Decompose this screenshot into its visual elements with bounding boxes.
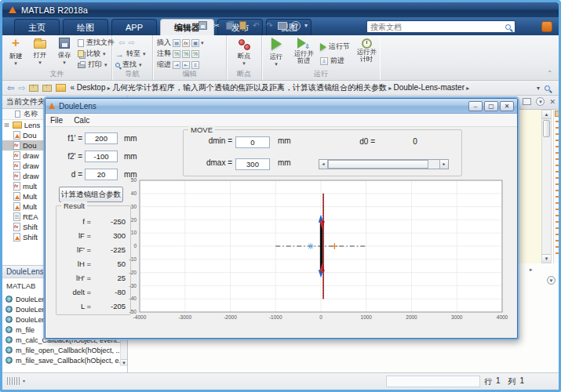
dmin-field[interactable]: 0 xyxy=(235,136,270,148)
function-row[interactable]: f m_file_save_Callback(hObject, e... xyxy=(2,355,121,365)
new-script-icon: + xyxy=(12,37,20,49)
slider-left-arrow-icon[interactable]: ◂ xyxy=(319,160,328,169)
input-field[interactable]: 20 xyxy=(85,169,118,180)
editor-close-icon[interactable]: ✕ xyxy=(549,98,556,106)
compare-icon xyxy=(78,50,84,57)
calculate-button[interactable]: 计算透镜组合参数 xyxy=(59,187,123,202)
comment-row[interactable]: 注释 % % % xyxy=(157,49,199,59)
ribbon-tab[interactable]: APP xyxy=(111,19,157,35)
insert-section-icon[interactable]: ▤ xyxy=(173,39,180,47)
save-button[interactable]: 保存▾ xyxy=(53,37,76,70)
file-name: Shift xyxy=(23,223,38,231)
status-grip-icon[interactable] xyxy=(7,377,20,385)
dmax-label: dmax = xyxy=(198,158,232,167)
search-input[interactable] xyxy=(367,23,505,31)
run-time-button[interactable]: 运行并 计时 xyxy=(353,37,380,70)
function-row[interactable]: f m_file_open_Callback(hObject, ... xyxy=(2,345,121,355)
menu-file[interactable]: File xyxy=(50,116,63,125)
input-label: d = xyxy=(46,170,82,179)
undo-icon[interactable]: ↶ xyxy=(251,20,261,31)
file-icon xyxy=(13,151,20,160)
dialog-close-button[interactable]: ✕ xyxy=(500,101,514,111)
breadcrumb-part[interactable]: Desktop xyxy=(77,83,112,92)
smart-indent-icon[interactable]: ⇥ xyxy=(173,61,180,69)
insert-fx-icon[interactable]: fx xyxy=(182,39,190,47)
code-analyzer-strip[interactable] xyxy=(553,110,559,263)
copy-icon[interactable] xyxy=(224,20,235,31)
help-icon[interactable]: ? xyxy=(291,20,301,31)
editor-menu-icon[interactable]: ▼ xyxy=(536,97,545,106)
layout-icon[interactable] xyxy=(278,20,288,31)
slider-thumb[interactable] xyxy=(328,160,428,169)
uncomment-icon[interactable]: % xyxy=(182,50,190,58)
input-field[interactable]: 200 xyxy=(85,132,118,144)
ribbon: + 新建▾ 打开▾ 保存▾ 查找文件 比较▾ 打印▾ xyxy=(2,35,559,81)
paste-icon[interactable] xyxy=(238,20,248,31)
redo-icon[interactable]: ↷ xyxy=(264,20,275,31)
forward-arrow-icon[interactable]: ⇨ xyxy=(18,84,25,93)
doulelens-dialog: DouleLens – ▢ ✕ File Calc f1' = 200 xyxy=(45,98,518,339)
file-icon xyxy=(13,212,20,221)
run-button[interactable]: 运行▾ xyxy=(264,37,288,70)
svg-text:-30: -30 xyxy=(129,283,137,289)
ribbon-tab[interactable]: 绘图 xyxy=(63,19,108,35)
breakpoints-group: 断点▾ 断点 xyxy=(227,35,262,80)
cut-icon[interactable]: ✂ xyxy=(211,20,221,31)
goto-button[interactable]: → 转至▾ xyxy=(115,49,146,59)
wrap-comment-icon[interactable]: % xyxy=(191,50,199,58)
collapse-ribbon-icon[interactable]: ⌃ xyxy=(547,70,552,77)
breadcrumb-part[interactable]: Double-Lens-master xyxy=(393,83,469,92)
save-floppy-icon xyxy=(59,38,70,49)
back-icon[interactable]: ⇦ xyxy=(118,38,125,47)
address-search-icon[interactable] xyxy=(545,85,550,91)
menu-calc[interactable]: Calc xyxy=(74,116,89,125)
forward-icon[interactable]: ⇨ xyxy=(128,38,134,47)
breadcrumb-part[interactable]: 几何光学计算程序，输入两个透镜的焦距以及距离，计算该透镜组合的相关参数 xyxy=(112,83,393,92)
editor-hint-icon[interactable]: ▼ xyxy=(547,276,556,285)
d0-slider[interactable]: ◂ ▸ xyxy=(319,159,449,169)
indent-left-icon[interactable]: ≡ xyxy=(191,61,199,69)
analyzer-status-icon[interactable] xyxy=(555,111,559,117)
result-label: lF = xyxy=(56,231,91,240)
dmax-field[interactable]: 300 xyxy=(235,158,270,170)
browse-folder-icon[interactable] xyxy=(42,85,52,92)
result-value: -80 xyxy=(91,288,126,296)
find-files-button[interactable]: 查找文件 xyxy=(78,38,115,48)
indent-right-icon[interactable]: ⇤ xyxy=(182,61,190,69)
ribbon-tab[interactable]: 主页 xyxy=(14,19,60,35)
d0-label: d0 = xyxy=(341,137,375,146)
d0-value: 0 xyxy=(407,137,423,146)
editor-vscrollbar[interactable]: ▲▼ xyxy=(541,110,552,263)
address-dropdown-icon[interactable]: ▾ xyxy=(537,85,540,92)
status-message-box xyxy=(386,376,480,387)
file-name: Dou xyxy=(23,131,36,140)
editor-hscroll-arrow-icon[interactable]: ▸ xyxy=(530,267,533,273)
editor-dock-icon[interactable] xyxy=(523,98,531,105)
run-advance-button[interactable]: ⇩ 运行并 前进 xyxy=(290,37,317,70)
function-icon: f xyxy=(5,306,13,313)
breakpoints-button[interactable]: 断点▾ xyxy=(232,37,256,70)
compare-button[interactable]: 比较▾ xyxy=(78,49,106,59)
back-arrow-icon[interactable]: ⇦ xyxy=(7,84,14,93)
svg-text:50: 50 xyxy=(131,177,137,183)
input-field[interactable]: -100 xyxy=(85,151,118,162)
insert-row[interactable]: 插入 ▤ fx ▦ ▾ xyxy=(157,38,204,48)
signin-icon[interactable] xyxy=(541,21,552,32)
result-label: lF' = xyxy=(56,245,91,254)
column-value: 1 xyxy=(519,376,524,387)
search-icon[interactable] xyxy=(505,24,511,30)
save-icon[interactable] xyxy=(198,20,208,31)
insert-image-icon[interactable]: ▦ xyxy=(191,39,199,47)
open-button[interactable]: 打开▾ xyxy=(28,37,52,70)
dialog-maximize-button[interactable]: ▢ xyxy=(484,101,498,111)
qat-dropdown-icon[interactable]: ▾ xyxy=(304,22,308,29)
breadcrumb[interactable]: « Desktop几何光学计算程序，输入两个透镜的焦距以及距离，计算该透镜组合的… xyxy=(70,82,533,93)
comment-icon[interactable]: % xyxy=(173,50,180,58)
dialog-minimize-button[interactable]: – xyxy=(468,101,483,111)
new-button[interactable]: + 新建▾ xyxy=(4,37,27,70)
advance-button[interactable]: ⇩ 前进 xyxy=(320,56,344,66)
slider-right-arrow-icon[interactable]: ▸ xyxy=(439,160,448,169)
run-section-button[interactable]: 运行节 xyxy=(320,42,350,52)
dialog-title-bar[interactable]: DouleLens – ▢ ✕ xyxy=(46,99,517,114)
up-folder-icon[interactable] xyxy=(29,85,38,92)
